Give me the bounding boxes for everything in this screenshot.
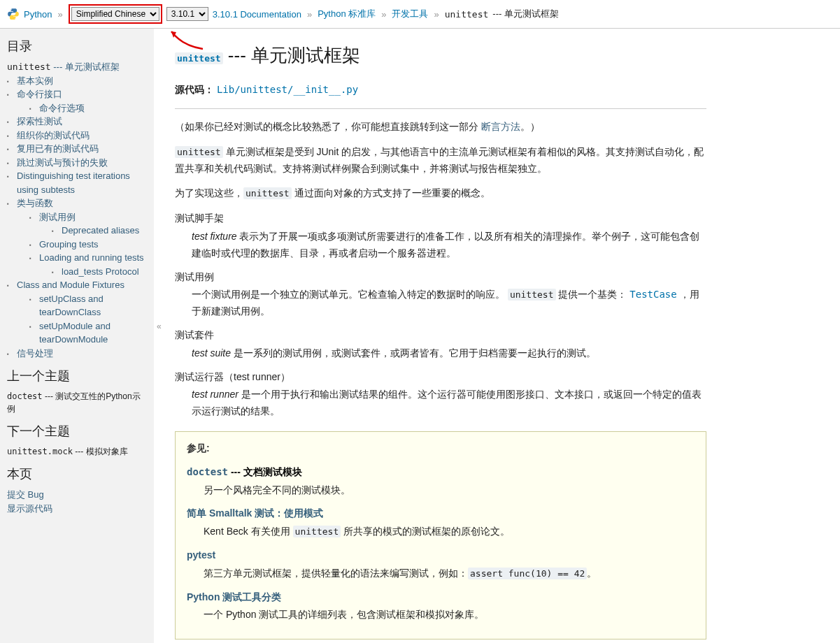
see-also-body: 另一个风格完全不同的测试模块。	[204, 482, 695, 499]
def-body: test fixture 表示为了开展一项或多项测试所需要进行的准备工作，以及所…	[192, 229, 706, 262]
see-also-body: 一个 Python 测试工具的详细列表，包含测试框架和模拟对象库。	[204, 607, 695, 623]
breadcrumb-sep: »	[57, 9, 62, 20]
top-navigation: Python » Simplified Chinese 3.10.1 3.10.…	[0, 0, 840, 29]
next-topic-heading: 下一个主题	[7, 422, 147, 441]
def-term: 测试运行器（test runner）	[175, 369, 706, 386]
toc-item[interactable]: 组织你的测试代码	[7, 129, 147, 143]
toc-item[interactable]: 探索性测试	[7, 115, 147, 129]
toc-item[interactable]: Grouping tests	[29, 238, 147, 252]
see-also-body: 第三方单元测试框架，提供轻量化的语法来编写测试，例如：assert func(1…	[204, 565, 695, 582]
toc-item[interactable]: Distinguishing test iterations using sub…	[7, 169, 147, 196]
toc-item[interactable]: 基本实例	[7, 74, 147, 88]
breadcrumb-devtools[interactable]: 开发工具	[392, 8, 428, 20]
source-line: 源代码： Lib/unittest/__init__.py	[175, 82, 706, 99]
prev-topic[interactable]: doctest --- 测试交互性的Python示例	[7, 390, 147, 415]
version-select[interactable]: 3.10.1	[166, 7, 208, 21]
toc-item[interactable]: 命令行接口命令行选项	[7, 87, 147, 115]
show-source-link[interactable]: 显示源代码	[7, 503, 52, 514]
toc-item[interactable]: 复用已有的测试代码	[7, 142, 147, 156]
source-link[interactable]: Lib/unittest/__init__.py	[217, 84, 358, 95]
toc-item[interactable]: 命令行选项	[29, 101, 147, 115]
def-body: 一个测试用例是一个独立的测试单元。它检查输入特定的数据时的响应。 unittes…	[192, 287, 706, 320]
language-select-highlight: Simplified Chinese	[69, 4, 162, 24]
prev-topic-heading: 上一个主题	[7, 367, 147, 386]
annotation-arrow-icon	[168, 28, 210, 56]
page-title: unittest --- 单元测试框架	[175, 40, 706, 71]
see-also-term[interactable]: doctest --- 文档测试模块	[187, 464, 695, 481]
breadcrumb-current-suffix: --- 单元测试框架	[492, 8, 559, 20]
toc-item[interactable]: load_tests Protocol	[52, 265, 147, 279]
def-body: test suite 是一系列的测试用例，或测试套件，或两者皆有。它用于归档需要…	[192, 345, 706, 362]
toc-item[interactable]: 跳过测试与预计的失败	[7, 156, 147, 170]
breadcrumb-stdlib[interactable]: Python 标准库	[318, 8, 376, 20]
language-select[interactable]: Simplified Chinese	[71, 7, 159, 21]
paragraph-3: 为了实现这些，unittest 通过面向对象的方式支持了一些重要的概念。	[175, 185, 706, 202]
toc-heading: 目录	[7, 37, 147, 56]
python-link[interactable]: Python	[24, 9, 52, 20]
svg-point-0	[11, 9, 12, 10]
see-also-box: 参见: doctest --- 文档测试模块另一个风格完全不同的测试模块。简单 …	[175, 431, 706, 640]
see-also-term[interactable]: pytest	[187, 547, 695, 564]
toc-item[interactable]: Deprecated aliases	[52, 224, 147, 238]
next-topic[interactable]: unittest.mock --- 模拟对象库	[7, 445, 147, 458]
def-term: 测试脚手架	[175, 210, 706, 227]
def-term: 测试套件	[175, 327, 706, 344]
sidebar: 目录 unittest --- 单元测试框架基本实例命令行接口命令行选项探索性测…	[0, 29, 154, 643]
see-also-body: Kent Beck 有关使用 unittest 所共享的模式的测试框架的原创论文…	[204, 523, 695, 540]
toc-item[interactable]: setUpModule and tearDownModule	[29, 319, 147, 347]
def-term: 测试用例	[175, 269, 706, 286]
assert-methods-link[interactable]: 断言方法	[481, 121, 520, 132]
paragraph-2: unittest 单元测试框架是受到 JUnit 的启发，与其他语言中的主流单元…	[175, 144, 706, 178]
definitions-list: 测试脚手架test fixture 表示为了开展一项或多项测试所需要进行的准备工…	[175, 210, 706, 420]
toc-item[interactable]: 测试用例Deprecated aliases	[29, 210, 147, 238]
divider	[175, 108, 706, 109]
toc-item[interactable]: 信号处理	[7, 347, 147, 361]
breadcrumb-docs[interactable]: 3.10.1 Documentation	[213, 9, 301, 20]
see-also-label: 参见:	[187, 440, 695, 457]
toc-item[interactable]: 类与函数测试用例Deprecated aliasesGrouping tests…	[7, 196, 147, 278]
this-page-heading: 本页	[7, 465, 147, 484]
breadcrumb-current-code: unittest	[445, 9, 489, 20]
toc-item[interactable]: Loading and running testsload_tests Prot…	[29, 251, 147, 278]
sidebar-collapse-icon[interactable]: «	[157, 322, 162, 331]
main-content: unittest --- 单元测试框架 源代码： Lib/unittest/__…	[154, 29, 727, 643]
def-body: test runner 是一个用于执行和输出测试结果的组件。这个运行器可能使用图…	[192, 386, 706, 420]
see-also-term[interactable]: Python 测试工具分类	[187, 589, 695, 606]
toc-item[interactable]: setUpClass and tearDownClass	[29, 292, 147, 319]
intro-paragraph: （如果你已经对测试的概念比较熟悉了，你可能想直接跳转到这一部分 断言方法。）	[175, 119, 706, 136]
svg-point-1	[15, 18, 15, 19]
toc-item[interactable]: Class and Module FixturessetUpClass and …	[7, 278, 147, 347]
report-bug-link[interactable]: 提交 Bug	[7, 489, 44, 500]
see-also-term[interactable]: 简单 Smalltalk 测试：使用模式	[187, 505, 695, 522]
python-logo-icon	[7, 8, 20, 20]
toc-root-item[interactable]: unittest --- 单元测试框架基本实例命令行接口命令行选项探索性测试组织…	[7, 60, 147, 360]
